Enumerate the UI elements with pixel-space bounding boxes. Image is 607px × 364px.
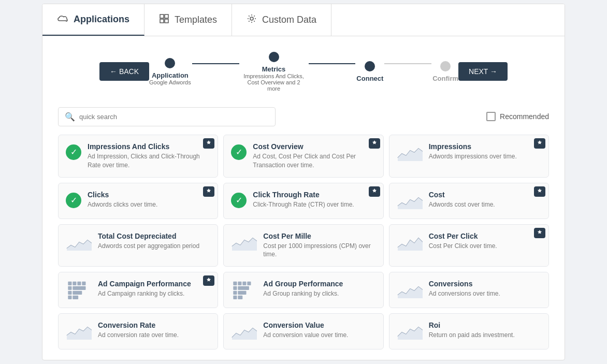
metric-title-3: Clicks xyxy=(88,191,210,199)
content-area: ← BACK Application Google Adwords Metric… xyxy=(42,36,565,360)
metric-desc-4: Click-Through Rate (CTR) over time. xyxy=(253,200,375,209)
search-input[interactable] xyxy=(79,113,269,121)
metric-desc-0: Ad Impression, Clicks and Click-Through … xyxy=(88,152,210,170)
search-row: 🔍 Recommended xyxy=(58,107,549,126)
metric-content-11: Conversions Ad conversions over time. xyxy=(429,280,541,298)
metric-card-ad-campaign[interactable]: Ad Campaign Performance Ad Campaign rank… xyxy=(58,272,218,308)
svg-rect-5 xyxy=(68,282,71,285)
metric-title-9: Ad Campaign Performance xyxy=(98,280,210,288)
svg-rect-20 xyxy=(238,286,250,290)
svg-rect-16 xyxy=(238,282,242,285)
chart-icon-12 xyxy=(66,321,92,342)
metric-desc-11: Ad conversions over time. xyxy=(429,289,541,298)
step-circle-metrics xyxy=(269,52,279,62)
svg-rect-18 xyxy=(248,282,251,285)
metric-card-conversions[interactable]: Conversions Ad conversions over time. xyxy=(389,272,549,308)
metric-title-6: Total Cost Depreciated xyxy=(98,232,210,240)
metric-content-3: Clicks Adwords clicks over time. xyxy=(88,191,210,209)
svg-rect-0 xyxy=(160,14,164,18)
metric-card-conversion-value[interactable]: Conversion Value Ad conversion value ove… xyxy=(223,313,383,350)
chart-icon-6 xyxy=(66,232,92,253)
metric-title-12: Conversion Rate xyxy=(98,321,210,329)
grid-icon xyxy=(159,13,169,26)
metric-card-roi[interactable]: Roi Return on paid ads investment. xyxy=(389,313,549,350)
metric-content-6: Total Cost Depreciated Adwords cost per … xyxy=(98,232,210,251)
metric-card-ad-group[interactable]: Ad Group Performance Ad Group ranking by… xyxy=(223,272,383,308)
cloud-icon xyxy=(57,13,68,25)
top-nav: Applications Templates Custom Data xyxy=(42,4,565,36)
recommended-badge-1 xyxy=(369,138,380,149)
metric-card-impressions[interactable]: Impressions Adwords impressions over tim… xyxy=(389,135,549,178)
metric-title-14: Roi xyxy=(429,321,541,329)
metric-card-conversion-rate[interactable]: Conversion Rate Ad conversion rate over … xyxy=(58,313,218,350)
step-line-3 xyxy=(384,63,431,64)
metric-content-2: Impressions Adwords impressions over tim… xyxy=(429,142,541,161)
svg-rect-23 xyxy=(234,296,237,299)
metric-card-impressions-and-clicks[interactable]: ✓ Impressions And Clicks Ad Impression, … xyxy=(58,135,218,178)
steps: Application Google Adwords Metrics Impre… xyxy=(149,52,458,92)
metric-card-total-cost[interactable]: Total Cost Depreciated Adwords cost per … xyxy=(58,224,218,267)
recommended-badge-4 xyxy=(369,186,380,197)
tab-custom-data[interactable]: Custom Data xyxy=(232,4,331,36)
metrics-grid: ✓ Impressions And Clicks Ad Impression, … xyxy=(58,135,549,350)
svg-rect-13 xyxy=(68,296,71,299)
metric-desc-2: Adwords impressions over time. xyxy=(429,152,541,161)
next-button[interactable]: NEXT → xyxy=(458,62,508,81)
metric-card-cost-overview[interactable]: ✓ Cost Overview Ad Cost, Cost Per Click … xyxy=(223,135,383,178)
metric-desc-3: Adwords clicks over time. xyxy=(88,200,210,209)
recommended-badge-0 xyxy=(203,138,214,149)
step-label-connect: Connect xyxy=(356,75,383,82)
metric-desc-9: Ad Campaign ranking by clicks. xyxy=(98,289,210,298)
metric-card-ctr[interactable]: ✓ Click Through Rate Click-Through Rate … xyxy=(223,183,383,219)
svg-rect-17 xyxy=(243,282,247,285)
svg-rect-8 xyxy=(82,282,85,285)
metric-desc-7: Cost per 1000 impressions (CPM) over tim… xyxy=(263,242,375,259)
metric-desc-8: Cost Per Click over time. xyxy=(429,242,541,251)
step-label-application: Application xyxy=(152,71,189,79)
recommended-badge-9 xyxy=(203,275,214,286)
metric-title-1: Cost Overview xyxy=(253,142,375,151)
svg-rect-9 xyxy=(68,286,71,290)
metric-content-14: Roi Return on paid ads investment. xyxy=(429,321,541,340)
tab-templates[interactable]: Templates xyxy=(144,4,232,36)
selected-check-0: ✓ xyxy=(66,144,81,160)
chart-icon-13 xyxy=(231,321,257,342)
metric-desc-6: Adwords cost per aggregation period xyxy=(98,242,210,251)
svg-rect-3 xyxy=(165,19,168,23)
svg-rect-24 xyxy=(238,296,243,299)
step-line-1 xyxy=(192,63,239,64)
metric-card-cpc[interactable]: Cost Per Click Cost Per Click over time. xyxy=(389,224,549,267)
metric-title-7: Cost Per Mille xyxy=(263,232,375,240)
metric-card-clicks[interactable]: ✓ Clicks Adwords clicks over time. xyxy=(58,183,218,219)
svg-rect-12 xyxy=(73,291,82,295)
step-circle-confirm xyxy=(440,61,451,71)
metric-content-5: Cost Adwords cost over time. xyxy=(429,191,541,209)
step-label-metrics: Metrics xyxy=(262,65,286,73)
metric-title-8: Cost Per Click xyxy=(429,232,541,240)
svg-rect-10 xyxy=(73,286,85,290)
svg-rect-11 xyxy=(68,291,71,295)
step-line-2 xyxy=(309,63,356,64)
chart-icon-2 xyxy=(397,142,423,163)
metric-card-cost[interactable]: Cost Adwords cost over time. xyxy=(389,183,549,219)
metric-content-0: Impressions And Clicks Ad Impression, Cl… xyxy=(88,142,210,170)
step-sublabel-application: Google Adwords xyxy=(149,79,191,85)
svg-rect-7 xyxy=(77,282,81,285)
selected-check-1: ✓ xyxy=(231,144,247,160)
chart-icon-14 xyxy=(397,321,423,342)
grid-chart-icon-10 xyxy=(231,280,257,300)
tab-applications[interactable]: Applications xyxy=(42,4,144,36)
metric-card-cpm[interactable]: Cost Per Mille Cost per 1000 impressions… xyxy=(223,224,383,267)
svg-point-4 xyxy=(250,17,253,20)
step-sublabel-metrics: Impressions And Clicks, Cost Overview an… xyxy=(240,73,308,92)
chart-icon-11 xyxy=(397,280,423,300)
metric-content-13: Conversion Value Ad conversion value ove… xyxy=(263,321,375,340)
metric-title-10: Ad Group Performance xyxy=(263,280,375,288)
metric-title-0: Impressions And Clicks xyxy=(88,142,210,151)
search-box[interactable]: 🔍 xyxy=(58,107,276,126)
metric-desc-12: Ad conversion rate over time. xyxy=(98,331,210,340)
main-container: Applications Templates Custom Data xyxy=(42,4,565,360)
recommended-checkbox[interactable] xyxy=(486,112,496,121)
metric-title-4: Click Through Rate xyxy=(253,191,375,199)
back-button[interactable]: ← BACK xyxy=(99,62,149,81)
